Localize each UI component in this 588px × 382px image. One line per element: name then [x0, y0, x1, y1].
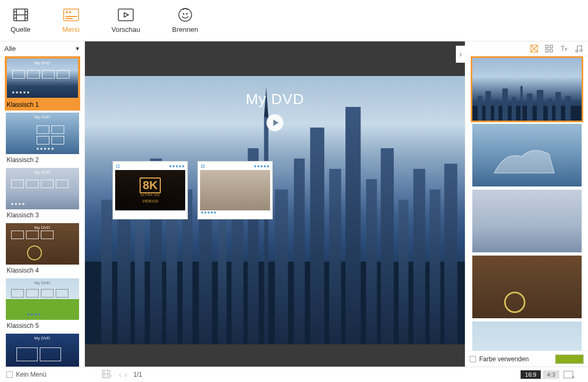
- svg-point-17: [186, 13, 187, 15]
- svg-rect-11: [65, 16, 77, 17]
- play-icon: [273, 120, 279, 126]
- svg-rect-53: [478, 96, 482, 121]
- svg-rect-19: [101, 200, 112, 344]
- svg-rect-61: [548, 98, 552, 121]
- right-toolbar: [465, 41, 588, 56]
- background-tab-icon[interactable]: [530, 45, 538, 53]
- template-klassisch-4[interactable]: My DVD Klassisch 4: [5, 222, 80, 276]
- prev-page-button[interactable]: ‹: [118, 370, 123, 379]
- svg-rect-33: [310, 128, 324, 344]
- svg-rect-29: [264, 117, 269, 344]
- right-sidebar: Farbe verwenden: [465, 41, 588, 367]
- svg-rect-23: [166, 210, 177, 345]
- color-swatch[interactable]: [555, 354, 584, 364]
- nav-vorschau[interactable]: Vorschau: [111, 7, 140, 33]
- svg-text:+: +: [110, 373, 113, 378]
- template-label: Klassisch 4: [5, 266, 80, 276]
- template-list[interactable]: My DVD Klassisch 1 My DVD Klassisch 2 My…: [0, 56, 84, 367]
- use-color-label: Farbe verwenden: [479, 355, 529, 363]
- chapter-row: 8K ULTRA HD VIDEOS: [113, 161, 273, 219]
- bottom-bar: Kein Menü + ‹› 1/1 16:9 4:3: [0, 367, 588, 382]
- nav-menu-label: Menü: [63, 26, 80, 33]
- template-label: Klassisch 1: [5, 100, 80, 111]
- svg-rect-12: [65, 18, 73, 19]
- main-area: Alle ▼ My DVD Klassisch 1 My DVD Klassis…: [0, 41, 588, 367]
- svg-rect-55: [494, 100, 498, 121]
- template-label: Klassisch 2: [5, 155, 80, 166]
- background-item-2[interactable]: [472, 124, 582, 186]
- no-menu-label: Kein Menü: [16, 371, 46, 378]
- svg-rect-32: [294, 158, 305, 344]
- svg-rect-38: [399, 200, 408, 344]
- template-klassisch-1[interactable]: My DVD Klassisch 1: [5, 56, 80, 111]
- use-color-checkbox[interactable]: [470, 356, 476, 362]
- play-button[interactable]: [266, 114, 283, 131]
- svg-rect-13: [118, 9, 133, 21]
- svg-point-51: [580, 49, 582, 52]
- svg-rect-21: [135, 220, 144, 344]
- background-list[interactable]: [465, 56, 588, 351]
- template-label: Klassisch 5: [5, 321, 80, 332]
- menu-template-icon: [63, 7, 79, 22]
- ratio-4-3[interactable]: 4:3: [543, 370, 559, 379]
- svg-rect-37: [381, 148, 394, 344]
- next-page-button[interactable]: ›: [124, 370, 128, 379]
- ratio-16-9[interactable]: 16:9: [521, 370, 540, 379]
- add-image-button[interactable]: [564, 371, 573, 378]
- svg-rect-46: [546, 45, 548, 48]
- filter-label: Alle: [4, 45, 16, 53]
- template-klassisch-3[interactable]: My DVD Klassisch 3: [5, 167, 80, 221]
- svg-rect-41: [444, 164, 457, 344]
- background-item-1[interactable]: [472, 58, 582, 121]
- no-menu-checkbox[interactable]: [6, 371, 13, 378]
- expand-panel-button[interactable]: ›: [456, 46, 465, 63]
- chapter-1-thumb: 8K ULTRA HD VIDEOS: [115, 170, 185, 210]
- chapter-2-thumb: [200, 170, 270, 210]
- nav-vorschau-label: Vorschau: [111, 26, 140, 33]
- text-tab-icon[interactable]: [559, 45, 568, 53]
- nav-brennen[interactable]: Brennen: [172, 7, 198, 33]
- svg-rect-54: [485, 91, 490, 121]
- chevron-down-icon: ▼: [75, 46, 80, 52]
- template-item[interactable]: My DVD: [5, 333, 80, 367]
- svg-rect-58: [520, 86, 522, 121]
- nav-brennen-label: Brennen: [172, 26, 198, 33]
- chapter-2[interactable]: [197, 161, 273, 219]
- dvd-title[interactable]: My DVD: [85, 91, 465, 108]
- svg-point-50: [576, 50, 578, 52]
- svg-point-9: [66, 11, 68, 13]
- svg-rect-59: [527, 94, 532, 121]
- left-sidebar: Alle ▼ My DVD Klassisch 1 My DVD Klassis…: [0, 41, 85, 367]
- background-item-5[interactable]: [472, 321, 582, 351]
- nav-quelle-label: Quelle: [11, 26, 31, 33]
- svg-marker-14: [124, 13, 128, 17]
- svg-rect-49: [550, 49, 552, 52]
- color-row: Farbe verwenden: [465, 351, 588, 367]
- template-label: Klassisch 3: [5, 210, 80, 221]
- aspect-ratio-toggle: 16:9 4:3: [521, 370, 559, 379]
- chapter-add-icon[interactable]: +: [102, 370, 113, 380]
- svg-point-10: [69, 11, 71, 13]
- template-filter-dropdown[interactable]: Alle ▼: [0, 41, 84, 56]
- chapter-1[interactable]: 8K ULTRA HD VIDEOS: [113, 161, 188, 219]
- template-klassisch-2[interactable]: My DVD Klassisch 2: [5, 112, 80, 166]
- background-item-3[interactable]: [472, 190, 582, 252]
- template-klassisch-5[interactable]: My DVD Klassisch 5: [5, 277, 80, 332]
- svg-point-16: [183, 13, 184, 15]
- preview-canvas[interactable]: My DVD 8K ULTRA HD VIDEOS: [85, 76, 465, 344]
- svg-rect-48: [546, 49, 548, 52]
- background-item-4[interactable]: [472, 256, 582, 318]
- svg-rect-34: [329, 169, 341, 344]
- filmstrip-icon: [13, 7, 29, 22]
- preview-area: › My DVD 8K ULTRA HD: [85, 41, 465, 367]
- nav-quelle[interactable]: Quelle: [11, 7, 31, 33]
- svg-rect-39: [413, 169, 426, 344]
- nav-menu[interactable]: Menü: [63, 7, 80, 33]
- frame-tab-icon[interactable]: [544, 45, 553, 53]
- music-tab-icon[interactable]: [574, 45, 583, 53]
- svg-rect-31: [275, 190, 288, 344]
- svg-point-15: [179, 9, 192, 21]
- top-nav: Quelle Menü Vorschau Brennen: [0, 0, 588, 41]
- svg-rect-62: [555, 92, 560, 121]
- svg-rect-35: [345, 107, 361, 344]
